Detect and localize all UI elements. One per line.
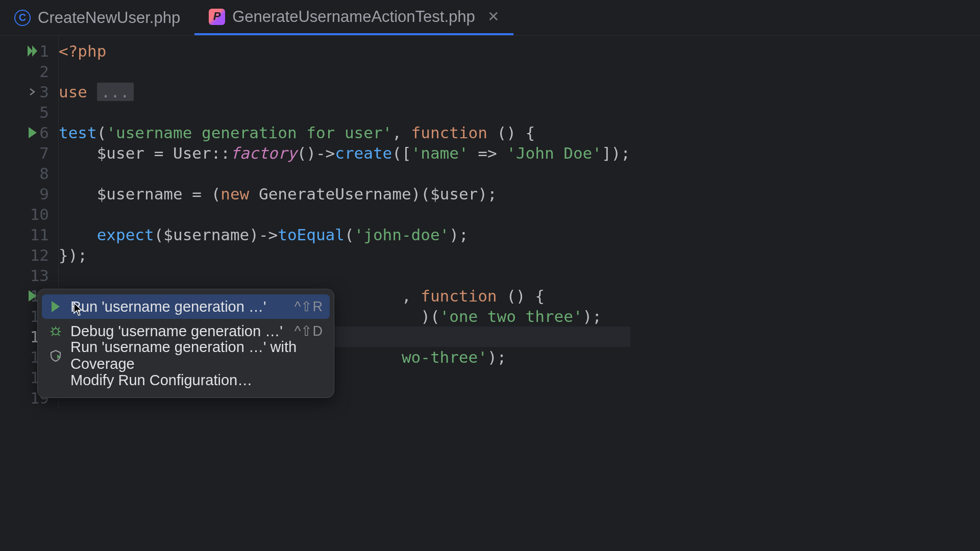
close-icon[interactable]: ✕ [487,8,499,25]
pest-icon [209,9,225,25]
tab-createnewuser[interactable]: C CreateNewUser.php [0,0,194,35]
menu-shortcut: ^⇧R [295,298,323,315]
menu-run-coverage[interactable]: Run 'username generation …' with Coverag… [42,343,330,368]
tab-filename: CreateNewUser.php [38,9,180,27]
menu-modify-config[interactable]: Modify Run Configuration… [42,368,330,392]
tab-bar: C CreateNewUser.php GenerateUsernameActi… [0,0,980,36]
menu-run-test[interactable]: Run 'username generation …' ^⇧R [42,294,330,319]
menu-item-label: Run 'username generation …' [70,298,286,315]
gutter-line-6[interactable]: 6 [0,122,58,143]
run-test-icon[interactable] [28,290,38,302]
line-number: 10 [30,205,49,223]
line-number: 3 [39,83,49,101]
line-number: 6 [39,123,49,142]
code-fold[interactable]: ... [97,83,134,101]
run-test-icon[interactable] [28,127,38,138]
menu-item-label: Run 'username generation …' with Coverag… [70,339,323,372]
gutter-line-3[interactable]: 3 [0,82,58,102]
line-number: 2 [39,62,49,81]
line-number: 8 [39,164,49,183]
menu-shortcut: ^⇧D [295,323,323,339]
tab-filename: GenerateUsernameActionTest.php [232,8,475,26]
line-number: 9 [39,185,49,203]
line-number: 1 [39,42,49,60]
run-all-icon[interactable] [28,45,41,57]
svg-point-0 [53,329,59,335]
menu-item-label: Debug 'username generation …' [70,323,286,340]
coverage-icon [49,349,62,362]
line-number: 11 [30,226,49,244]
context-menu: Run 'username generation …' ^⇧R Debug 'u… [37,289,334,398]
menu-item-label: Modify Run Configuration… [70,372,323,389]
bug-icon [49,324,62,338]
line-number: 12 [30,246,49,264]
play-icon [49,300,62,313]
tab-generateusernameactiontest[interactable]: GenerateUsernameActionTest.php ✕ [194,0,513,35]
line-number: 5 [39,103,49,121]
use-keyword: use [59,83,87,101]
gutter-line-1[interactable]: 1 [0,41,58,61]
copyright-icon: C [14,10,31,26]
fold-icon[interactable] [28,87,37,96]
line-number: 7 [39,144,49,162]
php-open-tag: <?php [59,42,106,60]
line-number: 13 [30,266,49,285]
